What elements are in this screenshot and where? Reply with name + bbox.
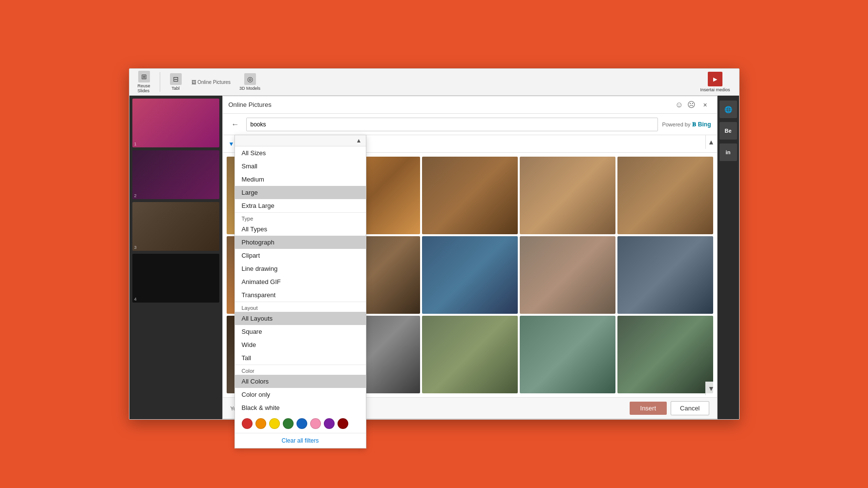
all-colors-item[interactable]: All Colors bbox=[235, 375, 366, 388]
color-only-item[interactable]: Color only bbox=[235, 388, 366, 401]
dropdown-panel: ▲ All Sizes Small Medium Large Extra Lar… bbox=[234, 135, 366, 448]
all-layouts-item[interactable]: All Layouts bbox=[235, 312, 366, 325]
3d-models-button[interactable]: ◎ 3D Models bbox=[236, 71, 263, 93]
table-button[interactable]: ⊟ Tabl bbox=[166, 71, 186, 93]
filter-icon: ▼ bbox=[229, 141, 234, 147]
frown-icon[interactable]: ☹ bbox=[687, 100, 696, 109]
line-drawing-item[interactable]: Line drawing bbox=[235, 262, 366, 275]
clipart-item[interactable]: Clipart bbox=[235, 249, 366, 262]
scroll-up-arrow[interactable]: ▲ bbox=[356, 137, 362, 144]
tall-item[interactable]: Tall bbox=[235, 351, 366, 365]
table-label: Tabl bbox=[171, 86, 180, 91]
globe-button[interactable]: 🌐 bbox=[720, 101, 737, 118]
slide-thumb-3[interactable]: 3 bbox=[132, 202, 219, 251]
slide-num-3: 3 bbox=[134, 245, 137, 250]
scroll-down-button[interactable]: ▼ bbox=[705, 382, 717, 395]
reuse-slides-icon: ⊞ bbox=[138, 71, 150, 82]
slide-thumb-4[interactable]: 4 bbox=[132, 254, 219, 303]
insert-medios-label: Insertai medios bbox=[700, 87, 730, 92]
black-white-item[interactable]: Black & white bbox=[235, 401, 366, 414]
slide-num-4: 4 bbox=[134, 297, 137, 302]
linkedin-button[interactable]: in bbox=[720, 143, 737, 161]
insert-button[interactable]: Insert bbox=[630, 402, 667, 415]
bing-logo: 𝐁 Bing bbox=[692, 121, 711, 128]
dialog-area: 1 2 3 4 Online Pictures ☺ ☹ × bbox=[129, 96, 739, 419]
reuse-slides-label: ReuseSlides bbox=[137, 83, 150, 93]
image-cell-14[interactable] bbox=[520, 316, 615, 393]
image-cell-9[interactable] bbox=[520, 236, 615, 314]
wide-item[interactable]: Wide bbox=[235, 338, 366, 351]
image-cell-10[interactable] bbox=[617, 236, 713, 314]
online-pictures-toolbar: 🖼 Online Pictures bbox=[190, 80, 233, 85]
social-panel: 🌐 Be in bbox=[718, 96, 739, 419]
3d-models-label: 3D Models bbox=[239, 86, 260, 91]
image-cell-3[interactable] bbox=[422, 157, 518, 234]
swatch-purple[interactable] bbox=[324, 418, 335, 429]
toolbar-divider-1 bbox=[160, 72, 160, 92]
smiley-icon[interactable]: ☺ bbox=[675, 101, 683, 109]
small-item[interactable]: Small bbox=[235, 160, 366, 173]
swatch-orange[interactable] bbox=[255, 418, 266, 429]
search-row: ← Powered by 𝐁 Bing bbox=[223, 114, 717, 135]
extra-large-item[interactable]: Extra Large bbox=[235, 199, 366, 212]
photograph-item[interactable]: Photograph bbox=[235, 236, 366, 249]
swatch-pink[interactable] bbox=[310, 418, 321, 429]
image-cell-8[interactable] bbox=[422, 236, 518, 314]
3d-models-icon: ◎ bbox=[244, 73, 256, 85]
table-icon: ⊟ bbox=[170, 73, 182, 85]
image-cell-13[interactable] bbox=[422, 316, 518, 393]
online-pictures-toolbar-label: 🖼 Online Pictures bbox=[191, 80, 231, 85]
slide-thumb-1[interactable]: 1 bbox=[132, 99, 219, 147]
dialog-titlebar: Online Pictures ☺ ☹ × bbox=[223, 96, 717, 114]
swatch-green[interactable] bbox=[283, 418, 294, 429]
toolbar: ⊞ ReuseSlides ⊟ Tabl 🖼 Online Pictures ◎… bbox=[129, 69, 739, 96]
swatch-dark-red[interactable] bbox=[338, 418, 348, 429]
slide-panel: 1 2 3 4 bbox=[129, 96, 222, 419]
transparent-item[interactable]: Transparent bbox=[235, 288, 366, 302]
clear-filters-link[interactable]: Clear all filters bbox=[235, 433, 366, 448]
layout-section-header: Layout bbox=[235, 302, 366, 312]
behance-button[interactable]: Be bbox=[720, 122, 737, 140]
all-types-item[interactable]: All Types bbox=[235, 223, 366, 236]
cancel-button[interactable]: Cancel bbox=[671, 401, 709, 415]
powered-by-text: Powered by bbox=[662, 122, 690, 127]
image-cell-15[interactable] bbox=[617, 316, 713, 393]
square-item[interactable]: Square bbox=[235, 325, 366, 338]
powered-by: Powered by 𝐁 Bing bbox=[662, 121, 711, 128]
color-swatches bbox=[235, 414, 366, 433]
image-cell-4[interactable] bbox=[520, 157, 615, 234]
slide-thumb-2[interactable]: 2 bbox=[132, 150, 219, 199]
insert-medios-icon: ▶ bbox=[708, 72, 722, 86]
color-section-header: Color bbox=[235, 365, 366, 375]
all-sizes-item[interactable]: All Sizes bbox=[235, 146, 366, 160]
swatch-red[interactable] bbox=[242, 418, 253, 429]
large-item[interactable]: Large bbox=[235, 186, 366, 199]
medium-item[interactable]: Medium bbox=[235, 173, 366, 186]
swatch-yellow[interactable] bbox=[269, 418, 280, 429]
animated-gif-item[interactable]: Animated GIF bbox=[235, 275, 366, 288]
close-button[interactable]: × bbox=[699, 99, 711, 111]
image-cell-5[interactable] bbox=[617, 157, 713, 234]
back-button[interactable]: ← bbox=[229, 118, 242, 131]
swatch-blue[interactable] bbox=[296, 418, 307, 429]
dialog-title: Online Pictures bbox=[229, 101, 272, 108]
type-section-header: Type bbox=[235, 212, 366, 223]
slide-num-2: 2 bbox=[134, 193, 137, 198]
search-input[interactable] bbox=[246, 118, 658, 131]
dropdown-scroll-area: ▲ bbox=[235, 135, 366, 146]
insert-medios-button[interactable]: ▶ Insertai medios bbox=[696, 70, 734, 94]
reuse-slides-button[interactable]: ⊞ ReuseSlides bbox=[134, 69, 154, 95]
slide-num-1: 1 bbox=[134, 142, 137, 146]
